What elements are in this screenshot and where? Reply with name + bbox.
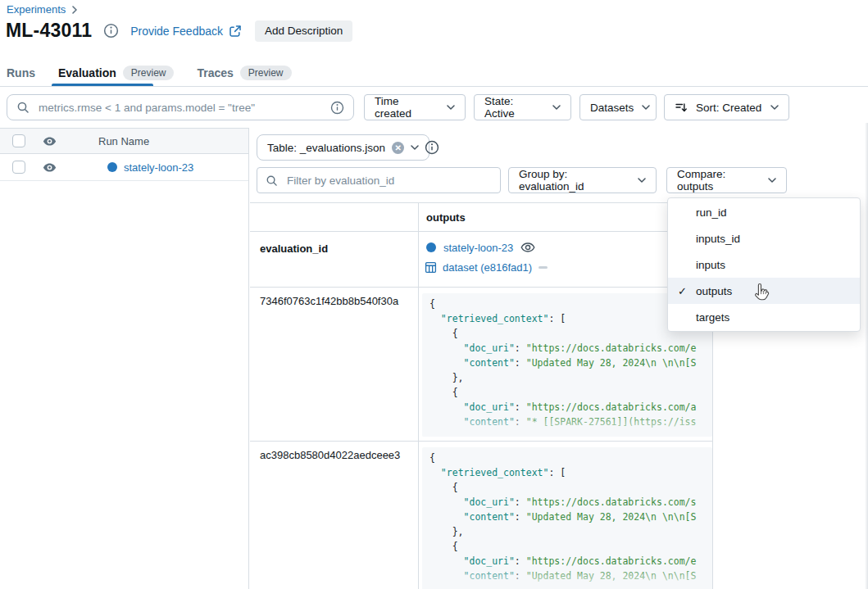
chevron-down-icon: [552, 105, 561, 110]
evaluation-id: ac398cb8580d4022aedceee3: [250, 442, 419, 589]
code-line: "content": "Updated May 28, 2024\n \n\n[…: [429, 356, 712, 370]
code-line: "content": "Updated May 28, 2024\n \n\n[…: [429, 510, 712, 524]
code-line: "content": "* [[SPARK-27561]](https://is…: [429, 415, 712, 429]
menu-item-label: outputs: [696, 285, 732, 297]
visibility-eye-icon[interactable]: [43, 134, 57, 148]
tab-runs[interactable]: Runs: [7, 66, 35, 79]
check-icon: ✓: [678, 285, 693, 297]
evaluation-filter-input[interactable]: [285, 174, 492, 188]
code-line: "retrieved_context": [: [429, 465, 712, 480]
time-created-filter-button[interactable]: Time created: [364, 94, 466, 120]
group-row: evaluation_id stately-loon-23 dataset (e…: [250, 232, 712, 288]
clear-table-icon[interactable]: ✕: [392, 142, 404, 154]
run-color-dot: [107, 162, 117, 172]
dataset-link[interactable]: dataset (e816fad1): [443, 261, 532, 274]
page-title: ML-43011: [6, 20, 92, 42]
breadcrumb: Experiments: [7, 3, 78, 16]
code-line: "doc_uri": "https://docs.databricks.com/…: [429, 341, 712, 356]
evaluation-row: ac398cb8580d4022aedceee3 { "retrieved_co…: [250, 442, 712, 589]
chevron-down-icon: [768, 178, 776, 183]
chevron-right-icon: [71, 6, 78, 14]
code-line: "content": "Updated May 28, 2024\n \n\n[…: [429, 569, 712, 583]
compare-button[interactable]: Compare: outputs: [666, 167, 787, 193]
run-color-dot: [426, 242, 436, 252]
datasets-filter-button[interactable]: Datasets: [579, 94, 657, 120]
tab-traces[interactable]: Traces Preview: [197, 66, 291, 80]
json-code-block[interactable]: { "retrieved_context": [ { "doc_uri": "h…: [422, 447, 712, 589]
evaluation-table-header-row: outputs: [250, 203, 712, 232]
provide-feedback-link[interactable]: Provide Feedback: [130, 25, 242, 38]
run-row[interactable]: stately-loon-23: [0, 154, 248, 181]
run-search-box: [7, 94, 354, 120]
code-line: "doc_uri": "https://docs.databricks.com/…: [429, 400, 712, 415]
run-name-link[interactable]: stately-loon-23: [443, 242, 513, 254]
code-line: {: [429, 385, 712, 400]
group-column-header-cell: [250, 203, 419, 231]
preview-badge: Preview: [240, 66, 292, 80]
preview-badge: Preview: [123, 66, 175, 80]
menu-item-outputs[interactable]: ✓outputs: [668, 278, 860, 304]
sort-button[interactable]: Sort: Created: [664, 94, 789, 120]
chevron-down-icon: [638, 178, 646, 183]
evaluation-id: 7346f0763c1f42bb8b540f30a: [250, 288, 419, 441]
menu-item-label: targets: [696, 311, 729, 324]
experiment-page: Experiments ML-43011 Provide Feedback Ad…: [0, 0, 868, 589]
chevron-down-icon: [411, 145, 419, 150]
info-icon[interactable]: [103, 23, 119, 39]
table-selector[interactable]: Table: _evaluations.json ✕: [257, 134, 429, 161]
menu-item-label: run_id: [696, 206, 727, 219]
run-checkbox[interactable]: [12, 161, 25, 174]
outputs-cell[interactable]: { "retrieved_context": [ { "doc_uri": "h…: [419, 442, 712, 589]
menu-item-label: inputs: [696, 259, 725, 271]
code-line: },: [429, 370, 712, 385]
menu-item-targets[interactable]: targets: [668, 304, 860, 330]
sort-descending-icon: [675, 101, 688, 114]
title-row: ML-43011 Provide Feedback Add Descriptio…: [6, 20, 352, 42]
eye-outline-icon[interactable]: [520, 240, 535, 255]
dataset-table-icon: [425, 261, 437, 274]
state-filter-button[interactable]: State: Active: [474, 94, 571, 120]
chevron-down-icon: [770, 105, 779, 110]
evaluation-row: 7346f0763c1f42bb8b540f30a { "retrieved_c…: [250, 288, 712, 442]
dash-icon: [539, 266, 548, 269]
divider: [0, 86, 868, 87]
code-line: "doc_uri": "https://docs.databricks.com/…: [429, 495, 712, 510]
code-line: {: [429, 480, 712, 495]
run-search-input[interactable]: [37, 101, 323, 115]
menu-item-inputs_id[interactable]: inputs_id: [668, 225, 860, 251]
group-by-button[interactable]: Group by: evaluation_id: [508, 167, 657, 193]
menu-item-inputs[interactable]: inputs: [668, 251, 860, 278]
chevron-down-icon: [642, 105, 650, 110]
runs-panel: Run Name stately-loon-23: [0, 128, 249, 589]
tab-bar: Runs Evaluation Preview Traces Preview: [7, 66, 292, 80]
evaluation-filter-box: [257, 167, 501, 193]
external-link-icon: [229, 25, 242, 38]
select-all-checkbox[interactable]: [12, 134, 25, 147]
compare-menu: run_idinputs_idinputs✓outputstargets: [667, 197, 861, 332]
tab-evaluation[interactable]: Evaluation Preview: [58, 66, 174, 80]
search-icon: [266, 174, 278, 187]
runs-table-header: Run Name: [0, 129, 248, 154]
code-line: },: [429, 524, 712, 539]
breadcrumb-experiments-link[interactable]: Experiments: [7, 3, 66, 16]
add-description-button[interactable]: Add Description: [255, 20, 352, 42]
run-name-column-header: Run Name: [98, 135, 149, 147]
run-name-link[interactable]: stately-loon-23: [124, 161, 193, 174]
evaluation-table: outputs evaluation_id stately-loon-23 da…: [250, 202, 713, 589]
info-icon[interactable]: [330, 101, 344, 115]
info-icon[interactable]: [425, 140, 439, 155]
menu-item-label: inputs_id: [696, 233, 740, 245]
menu-item-run_id[interactable]: run_id: [668, 199, 860, 225]
visibility-eye-icon[interactable]: [43, 161, 57, 174]
code-line: "doc_uri": "https://docs.databricks.com/…: [429, 554, 712, 569]
code-line: {: [429, 539, 712, 554]
scroll-edge-shade: [865, 123, 868, 589]
group-row-header: evaluation_id: [250, 232, 419, 287]
search-icon: [16, 101, 30, 114]
code-line: {: [429, 451, 712, 465]
chevron-down-icon: [447, 105, 455, 110]
